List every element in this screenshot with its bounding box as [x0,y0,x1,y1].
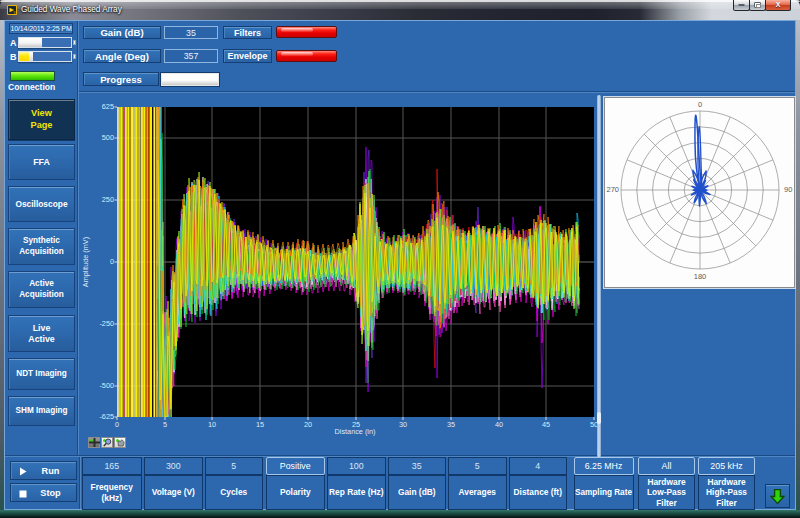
svg-text:15: 15 [256,420,264,429]
svg-text:-250: -250 [99,319,114,328]
svg-text:0: 0 [115,420,119,429]
svg-text:180: 180 [694,272,707,281]
svg-text:20: 20 [304,420,312,429]
svg-text:45: 45 [542,420,550,429]
svg-text:-625: -625 [99,412,114,421]
svg-text:270: 270 [606,185,619,194]
svg-text:250: 250 [102,195,114,204]
svg-text:Amplitude (mV): Amplitude (mV) [81,237,90,287]
svg-text:0: 0 [110,257,114,266]
svg-text:40: 40 [495,420,503,429]
svg-text:625: 625 [102,102,114,111]
svg-text:30: 30 [399,420,407,429]
svg-text:35: 35 [447,420,455,429]
svg-text:90: 90 [784,185,792,194]
svg-text:Distance (in): Distance (in) [335,427,376,436]
svg-text:10: 10 [208,420,216,429]
svg-text:500: 500 [102,133,114,142]
svg-text:N: N [14,11,16,15]
svg-text:5: 5 [163,420,167,429]
svg-text:0: 0 [698,100,702,109]
svg-text:-500: -500 [99,381,114,390]
